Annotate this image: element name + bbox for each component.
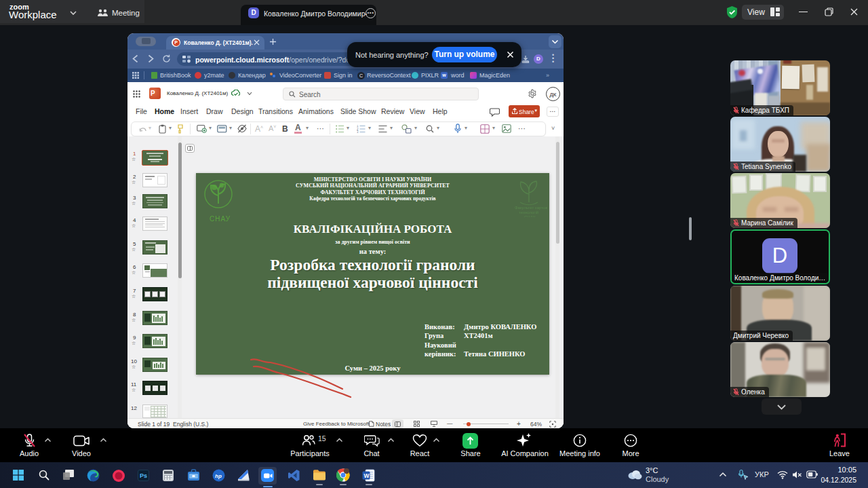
svg-text:технологій: технологій bbox=[519, 210, 538, 214]
svg-text:СНАУ: СНАУ bbox=[210, 215, 231, 223]
svg-text:hp: hp bbox=[215, 473, 222, 479]
svg-text:W: W bbox=[364, 472, 370, 479]
svg-text:СНАУ: СНАУ bbox=[524, 215, 535, 217]
svg-text:Факультет харчових: Факультет харчових bbox=[515, 206, 547, 210]
svg-text:3: 3 bbox=[357, 130, 359, 133]
